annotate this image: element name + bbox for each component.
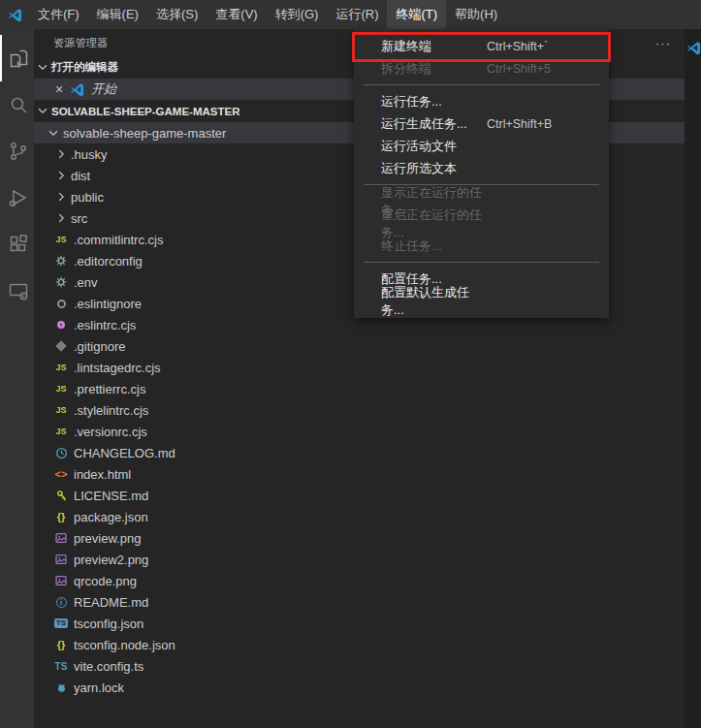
terminal-menu: 新建终端Ctrl+Shift+`拆分终端Ctrl+Shift+5运行任务...运… xyxy=(354,29,609,318)
menu-item-label: 新建终端 xyxy=(381,38,487,55)
menu-item: 终止任务... xyxy=(354,235,609,257)
braces-icon: {} xyxy=(53,509,69,524)
tree-file-row[interactable]: JS.versionrc.cjs xyxy=(34,421,685,442)
tree-file-row[interactable]: JS.prettierrc.cjs xyxy=(34,378,685,399)
tree-file-row[interactable]: JS.lintstagedrc.cjs xyxy=(34,357,685,378)
workspace-label: SOLVABLE-SHEEP-GAME-MASTER xyxy=(51,106,239,117)
remote-explorer-icon[interactable] xyxy=(0,268,34,314)
editor-area xyxy=(685,29,701,728)
tree-file-row[interactable]: {}package.json xyxy=(34,506,685,527)
tree-item-label: public xyxy=(71,190,104,205)
tree-file-row[interactable]: <>index.html xyxy=(34,463,685,485)
menu-item: 重启正在运行的任务... xyxy=(354,212,609,235)
run-debug-icon[interactable] xyxy=(0,174,34,221)
yarn-icon xyxy=(53,680,69,695)
menu-item-label: 运行任务... xyxy=(381,93,487,111)
tree-item-label: .husky xyxy=(71,147,108,162)
close-icon[interactable]: × xyxy=(51,81,67,97)
tree-item-label: .env xyxy=(74,275,98,290)
menu-item[interactable]: 配置默认生成任务... xyxy=(354,290,609,312)
menubar-item[interactable]: 查看(V) xyxy=(207,0,266,29)
vscode-logo-icon xyxy=(0,8,29,22)
tree-item-label: .eslintignore xyxy=(74,297,142,311)
key-icon xyxy=(53,488,69,503)
js-icon: JS xyxy=(53,402,69,418)
search-icon[interactable] xyxy=(0,81,34,128)
tree-item-label: README.md xyxy=(74,595,148,610)
clock-icon xyxy=(53,445,69,460)
vscode-file-icon xyxy=(70,82,85,97)
image-icon xyxy=(53,552,69,567)
tree-file-row[interactable]: .gitignore xyxy=(34,335,685,357)
braces-icon: {} xyxy=(53,637,69,652)
menu-item[interactable]: 运行活动文件 xyxy=(354,135,609,157)
html-code-icon: <> xyxy=(53,466,69,482)
menu-item[interactable]: 运行任务... xyxy=(354,90,609,112)
git-diamond-icon xyxy=(53,338,69,354)
menu-item-shortcut: Ctrl+Shift+5 xyxy=(487,62,584,76)
menubar-item[interactable]: 选择(S) xyxy=(147,0,207,29)
menu-item[interactable]: 新建终端Ctrl+Shift+` xyxy=(354,35,609,57)
activity-bar xyxy=(0,29,34,728)
explorer-title: 资源管理器 xyxy=(53,36,109,50)
tree-item-label: .editorconfig xyxy=(74,254,143,269)
tree-file-row[interactable]: LICENSE.md xyxy=(34,485,685,506)
menubar-item[interactable]: 运行(R) xyxy=(327,0,387,29)
source-control-icon[interactable] xyxy=(0,128,34,174)
tree-item-label: .prettierrc.cjs xyxy=(74,382,145,396)
js-icon: JS xyxy=(53,360,69,375)
extensions-icon[interactable] xyxy=(0,221,34,268)
menubar-item[interactable]: 终端(T) xyxy=(387,0,446,29)
tree-file-row[interactable]: qrcode.png xyxy=(34,570,685,591)
tree-item-label: .commitlintrc.cjs xyxy=(74,233,163,247)
chevron-down-icon xyxy=(36,60,51,76)
chevron-right-icon xyxy=(53,169,69,182)
tree-item-label: dist xyxy=(71,169,90,183)
tree-item-label: .eslintrc.cjs xyxy=(74,318,136,332)
more-actions-button[interactable]: ··· xyxy=(655,36,671,50)
tree-item-label: .versionrc.cjs xyxy=(74,425,147,439)
explorer-icon[interactable] xyxy=(0,35,34,81)
gear-icon xyxy=(53,274,69,290)
menu-item-shortcut: Ctrl+Shift+B xyxy=(487,117,584,131)
menubar-item[interactable]: 帮助(H) xyxy=(446,0,506,29)
menu-item-label: 拆分终端 xyxy=(381,60,487,78)
tree-item-label: .lintstagedrc.cjs xyxy=(74,361,161,375)
tree-file-row[interactable]: preview2.png xyxy=(34,549,685,570)
menu-item[interactable]: 运行所选文本 xyxy=(354,157,609,179)
tree-file-row[interactable]: TSvite.config.ts xyxy=(34,655,685,677)
tree-file-row[interactable]: {}tsconfig.node.json xyxy=(34,634,685,655)
tree-item-label: package.json xyxy=(74,510,148,524)
menubar-item[interactable]: 转到(G) xyxy=(267,0,328,29)
menu-item-label: 终止任务... xyxy=(381,237,487,255)
tree-item-label: tsconfig.node.json xyxy=(74,638,175,652)
menubar-item[interactable]: 编辑(E) xyxy=(88,0,147,29)
info-icon: i xyxy=(53,594,69,610)
menu-item[interactable]: 运行生成任务...Ctrl+Shift+B xyxy=(354,112,609,135)
tree-file-row[interactable]: preview.png xyxy=(34,527,685,549)
ts-box-icon: TS xyxy=(53,616,69,631)
tree-file-row[interactable]: CHANGELOG.md xyxy=(34,442,685,463)
tree-item-label: .gitignore xyxy=(74,339,125,354)
tree-file-row[interactable]: JS.stylelintrc.cjs xyxy=(34,399,685,421)
menu-item-shortcut: Ctrl+Shift+` xyxy=(487,40,584,53)
menu-separator xyxy=(364,262,599,263)
tree-item-label: preview.png xyxy=(74,531,141,546)
image-icon xyxy=(53,573,69,588)
ts-text-icon: TS xyxy=(53,658,69,674)
titlebar: 文件(F)编辑(E)选择(S)查看(V)转到(G)运行(R)终端(T)帮助(H) xyxy=(0,0,701,29)
js-icon: JS xyxy=(53,381,69,396)
chevron-right-icon xyxy=(53,147,69,161)
tree-item-label: .stylelintrc.cjs xyxy=(74,403,148,418)
open-editor-label: 开始 xyxy=(91,80,116,98)
menu-item-label: 配置默认生成任务... xyxy=(381,284,487,319)
chevron-right-icon xyxy=(53,190,69,204)
tree-item-label: vite.config.ts xyxy=(74,659,143,674)
tree-item-label: tsconfig.json xyxy=(74,617,143,631)
menubar-item[interactable]: 文件(F) xyxy=(29,0,88,29)
tree-file-row[interactable]: iREADME.md xyxy=(34,591,685,613)
gear-icon xyxy=(53,253,69,269)
open-editors-label: 打开的编辑器 xyxy=(51,60,118,75)
tree-file-row[interactable]: TStsconfig.json xyxy=(34,613,685,634)
tree-file-row[interactable]: yarn.lock xyxy=(34,677,685,698)
